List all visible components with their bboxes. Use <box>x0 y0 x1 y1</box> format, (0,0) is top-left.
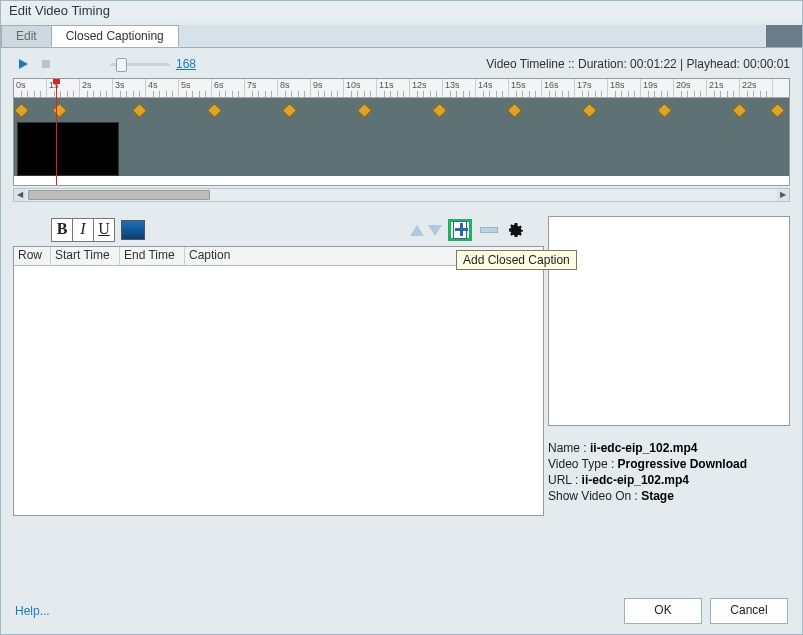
play-icon[interactable] <box>19 59 28 69</box>
cancel-button[interactable]: Cancel <box>710 598 788 624</box>
timeline-tracks[interactable] <box>14 98 789 176</box>
ruler-segment[interactable]: 8s <box>278 79 311 97</box>
ruler-segment[interactable]: 15s <box>509 79 542 97</box>
settings-button[interactable] <box>508 222 524 238</box>
timeline-panel[interactable]: 0s1s2s3s4s5s6s7s8s9s10s11s12s13s14s15s16… <box>13 78 790 186</box>
meta-type-value: Progressive Download <box>618 457 747 471</box>
ruler-segment[interactable]: 14s <box>476 79 509 97</box>
keyframe-diamond-icon[interactable] <box>657 103 673 119</box>
italic-button[interactable]: I <box>73 219 94 241</box>
timeline-ruler[interactable]: 0s1s2s3s4s5s6s7s8s9s10s11s12s13s14s15s16… <box>14 79 789 98</box>
col-row[interactable]: Row <box>14 247 51 265</box>
zoom-value[interactable]: 168 <box>176 57 196 71</box>
keyframe-track[interactable] <box>14 98 789 122</box>
ruler-segment[interactable]: 21s <box>707 79 740 97</box>
keyframe-diamond-icon[interactable] <box>207 103 223 119</box>
tabs-right-block <box>766 25 802 47</box>
keyframe-diamond-icon[interactable] <box>52 103 68 119</box>
meta-type-label: Video Type : <box>548 457 618 471</box>
ruler-segment[interactable]: 0s <box>14 79 47 97</box>
keyframe-diamond-icon[interactable] <box>282 103 298 119</box>
meta-name-value: ii-edc-eip_102.mp4 <box>590 441 697 455</box>
keyframe-diamond-icon[interactable] <box>432 103 448 119</box>
ruler-segment[interactable]: 4s <box>146 79 179 97</box>
ruler-segment[interactable]: 6s <box>212 79 245 97</box>
remove-caption-button[interactable] <box>480 227 498 233</box>
ruler-segment[interactable]: 17s <box>575 79 608 97</box>
ruler-segment[interactable]: 2s <box>80 79 113 97</box>
meta-show-label: Show Video On : <box>548 489 641 503</box>
move-up-icon[interactable] <box>410 225 424 236</box>
keyframe-diamond-icon[interactable] <box>357 103 373 119</box>
underline-button[interactable]: U <box>94 219 114 241</box>
move-down-icon[interactable] <box>428 225 442 236</box>
ruler-segment[interactable]: 7s <box>245 79 278 97</box>
scroll-right-icon[interactable]: ▶ <box>777 189 789 201</box>
keyframe-diamond-icon[interactable] <box>770 103 786 119</box>
dialog-footer: Help... OK Cancel <box>15 598 788 624</box>
col-start[interactable]: Start Time <box>51 247 120 265</box>
tabs-bar: Edit Closed Captioning <box>1 25 802 48</box>
timeline-playhead-value: 00:00:01 <box>743 57 790 71</box>
ruler-segment[interactable]: 10s <box>344 79 377 97</box>
ruler-segment[interactable]: 18s <box>608 79 641 97</box>
keyframe-diamond-icon[interactable] <box>14 103 30 119</box>
bold-button[interactable]: B <box>52 219 73 241</box>
dialog-title: Edit Video Timing <box>1 1 802 25</box>
meta-url-value: ii-edc-eip_102.mp4 <box>582 473 689 487</box>
ruler-segment[interactable]: 3s <box>113 79 146 97</box>
ruler-segment[interactable]: 5s <box>179 79 212 97</box>
timeline-duration-value: 00:01:22 <box>630 57 677 71</box>
gear-icon <box>508 222 524 238</box>
playback-controls: 168 Video Timeline :: Duration: 00:01:22… <box>13 54 790 74</box>
keyframe-diamond-icon[interactable] <box>132 103 148 119</box>
add-caption-button[interactable] <box>453 221 467 239</box>
scroll-left-icon[interactable]: ◀ <box>14 189 26 201</box>
ruler-segment[interactable]: 20s <box>674 79 707 97</box>
meta-name-label: Name : <box>548 441 590 455</box>
keyframe-diamond-icon[interactable] <box>507 103 523 119</box>
tab-closed-captioning[interactable]: Closed Captioning <box>51 25 179 47</box>
add-caption-highlight <box>448 219 472 241</box>
timeline-duration-label: Video Timeline :: Duration: <box>486 57 630 71</box>
ruler-segment[interactable]: 22s <box>740 79 773 97</box>
ruler-segment[interactable]: 13s <box>443 79 476 97</box>
add-caption-tooltip: Add Closed Caption <box>456 250 577 270</box>
keyframe-diamond-icon[interactable] <box>582 103 598 119</box>
meta-show-value: Stage <box>641 489 674 503</box>
ruler-segment[interactable]: 11s <box>377 79 410 97</box>
ok-button[interactable]: OK <box>624 598 702 624</box>
video-track[interactable] <box>14 122 789 176</box>
ruler-segment[interactable]: 16s <box>542 79 575 97</box>
caption-table[interactable]: Row Start Time End Time Caption <box>13 246 544 516</box>
zoom-slider[interactable] <box>110 57 170 71</box>
timeline-hscroll[interactable]: ◀ ▶ <box>13 188 790 202</box>
col-end[interactable]: End Time <box>120 247 185 265</box>
ruler-segment[interactable]: 9s <box>311 79 344 97</box>
playhead-indicator[interactable] <box>56 79 57 185</box>
timeline-sep: | Playhead: <box>677 57 744 71</box>
ruler-segment[interactable]: 12s <box>410 79 443 97</box>
text-style-group: B I U <box>51 218 115 242</box>
help-link[interactable]: Help... <box>15 604 50 618</box>
meta-url-label: URL : <box>548 473 582 487</box>
format-toolbar: B I U <box>13 216 544 244</box>
caption-preview <box>548 216 790 426</box>
text-color-button[interactable] <box>121 220 145 240</box>
scroll-thumb[interactable] <box>28 190 210 200</box>
ruler-segment[interactable]: 1s <box>47 79 80 97</box>
timeline-info: Video Timeline :: Duration: 00:01:22 | P… <box>486 57 790 71</box>
video-clip[interactable] <box>17 122 119 176</box>
video-metadata: Name : ii-edc-eip_102.mp4 Video Type : P… <box>548 440 790 504</box>
keyframe-diamond-icon[interactable] <box>732 103 748 119</box>
stop-icon[interactable] <box>42 60 50 68</box>
ruler-segment[interactable]: 19s <box>641 79 674 97</box>
tab-edit[interactable]: Edit <box>1 25 52 47</box>
